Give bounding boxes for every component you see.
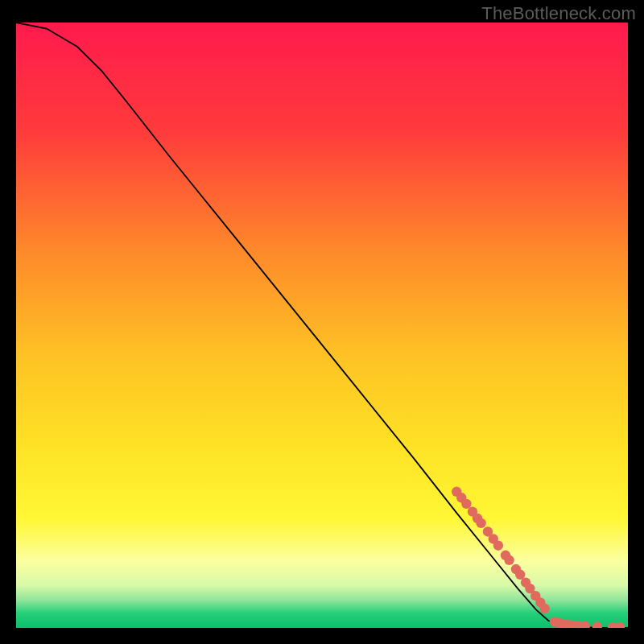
- data-marker: [493, 541, 503, 551]
- watermark-label: TheBottleneck.com: [481, 3, 636, 24]
- chart-svg: [16, 23, 628, 628]
- data-marker: [476, 518, 485, 528]
- gradient-background: [16, 23, 628, 628]
- data-marker: [461, 499, 471, 509]
- data-marker: [504, 555, 514, 565]
- plot-area: [16, 23, 628, 628]
- data-marker: [539, 604, 549, 613]
- chart-frame: TheBottleneck.com: [0, 0, 644, 644]
